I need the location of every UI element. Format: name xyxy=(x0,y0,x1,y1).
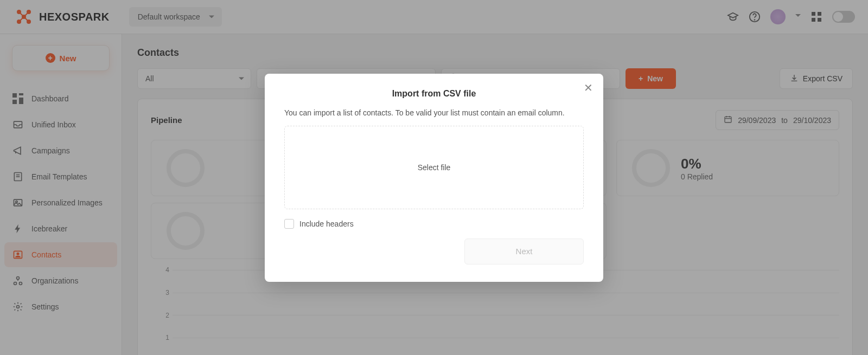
file-dropzone[interactable]: Select file xyxy=(284,126,584,209)
modal-title: Import from CSV file xyxy=(284,89,584,99)
include-headers-label: Include headers xyxy=(299,220,354,228)
include-headers-row[interactable]: Include headers xyxy=(284,219,584,229)
close-icon[interactable]: ✕ xyxy=(582,81,595,94)
select-file-label: Select file xyxy=(418,163,451,172)
modal-description: You can import a list of contacts. To be… xyxy=(284,108,584,117)
next-label: Next xyxy=(516,247,533,256)
next-button[interactable]: Next xyxy=(464,238,584,264)
import-csv-modal: ✕ Import from CSV file You can import a … xyxy=(265,74,603,282)
include-headers-checkbox[interactable] xyxy=(284,219,294,229)
